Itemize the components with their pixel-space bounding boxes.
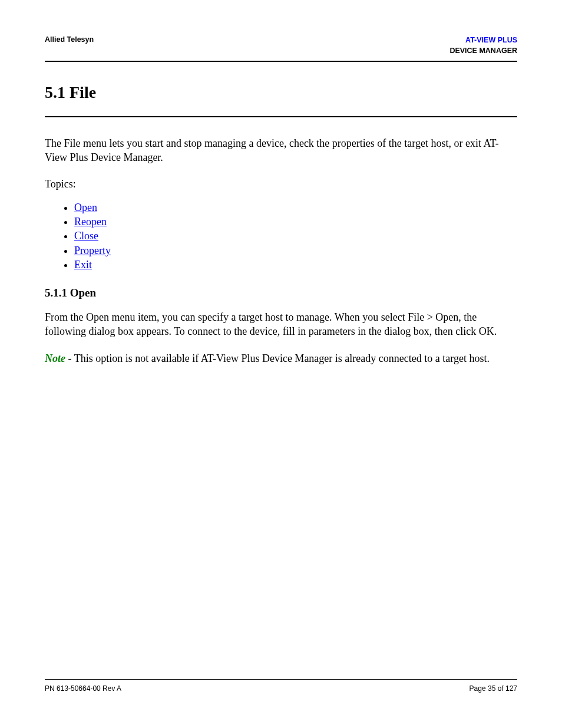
subsection-note: Note - This option is not available if A… [45,351,517,365]
topics-list: Open Reopen Close Property Exit [74,201,517,272]
topic-link-property[interactable]: Property [74,245,111,256]
topic-link-open[interactable]: Open [74,202,97,213]
list-item: Exit [74,258,517,272]
section-title: 5.1 File [45,83,517,102]
header-product-name: AT-VIEW PLUS [449,35,517,46]
list-item: Property [74,244,517,258]
page-content: Allied Telesyn AT-VIEW PLUS DEVICE MANAG… [45,35,517,679]
topic-link-exit[interactable]: Exit [74,259,92,271]
document-page: Allied Telesyn AT-VIEW PLUS DEVICE MANAG… [0,0,562,728]
header-product: AT-VIEW PLUS DEVICE MANAGER [449,35,517,56]
note-label: Note [45,353,65,364]
section-divider [45,116,517,117]
section-intro: The File menu lets you start and stop ma… [45,136,517,165]
footer-part-number: PN 613-50664-00 Rev A [45,684,121,693]
page-header: Allied Telesyn AT-VIEW PLUS DEVICE MANAG… [45,35,517,62]
topic-link-close[interactable]: Close [74,230,98,242]
header-company: Allied Telesyn [45,35,94,44]
page-footer: PN 613-50664-00 Rev A Page 35 of 127 [45,679,517,693]
subsection-title: 5.1.1 Open [45,286,517,299]
list-item: Open [74,201,517,215]
footer-page-number: Page 35 of 127 [470,684,517,693]
list-item: Reopen [74,215,517,229]
subsection-para1: From the Open menu item, you can specify… [45,310,517,339]
topics-label: Topics: [45,178,517,190]
header-product-subtitle: DEVICE MANAGER [449,46,517,57]
topic-link-reopen[interactable]: Reopen [74,216,107,228]
list-item: Close [74,229,517,243]
note-text: - This option is not available if AT-Vie… [65,353,490,364]
